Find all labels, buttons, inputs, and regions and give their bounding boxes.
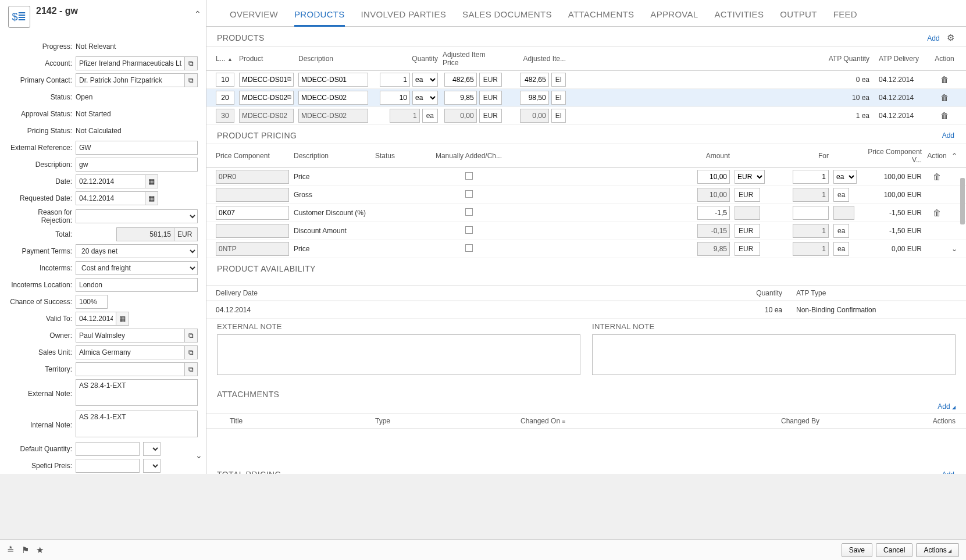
open-icon[interactable]: ⧉ [185, 345, 198, 359]
product-row[interactable]: eaEUREI1 ea04.12.2014🗑 [206, 107, 966, 125]
for-unit-select[interactable]: ea [833, 170, 857, 184]
tab-products[interactable]: PRODUCTS [294, 6, 345, 27]
checkbox[interactable] [465, 226, 473, 234]
chance-input[interactable] [76, 295, 108, 309]
trash-icon[interactable]: 🗑 [940, 93, 949, 102]
col-line[interactable]: L... ▲ [213, 55, 237, 63]
primary-contact-input[interactable] [76, 73, 185, 87]
valid-to-input[interactable] [76, 312, 116, 326]
calendar-icon[interactable]: ▦ [145, 174, 158, 188]
col-att-changed-by[interactable]: Changed By [781, 417, 909, 425]
tab-overview[interactable]: OVERVIEW [230, 6, 278, 26]
flag-icon[interactable]: ⚑ [22, 545, 29, 555]
checkbox[interactable] [465, 244, 473, 252]
col-att-changed-on[interactable]: Changed On [521, 417, 560, 425]
for-input[interactable] [793, 206, 829, 220]
account-input[interactable] [76, 56, 185, 70]
col-price-comp[interactable]: Price Component [213, 152, 291, 160]
checkbox[interactable] [465, 208, 473, 216]
spef-preis-unit[interactable] [143, 459, 161, 473]
def-qty-input[interactable] [76, 442, 140, 456]
pay-terms-select[interactable]: 20 days net [76, 244, 198, 258]
owner-input[interactable] [76, 329, 185, 343]
trash-icon[interactable]: 🗑 [933, 172, 941, 181]
tab-output[interactable]: OUTPUT [780, 6, 817, 26]
incoterms-select[interactable]: Cost and freight [76, 261, 198, 275]
internal-note-textarea[interactable] [592, 334, 956, 375]
qty-input[interactable] [380, 73, 410, 87]
description-input[interactable] [298, 73, 368, 87]
line-input[interactable] [216, 91, 234, 105]
col-adj-price[interactable]: Adjusted Item Price [443, 51, 502, 67]
tab-attachments[interactable]: ATTACHMENTS [568, 6, 635, 26]
tab-involved-parties[interactable]: INVOLVED PARTIES [361, 6, 447, 26]
product-row[interactable]: ⧉eaEUREI0 ea04.12.2014🗑 [206, 71, 966, 89]
rss-icon[interactable]: ≛ [7, 545, 15, 555]
adj-price-input[interactable] [444, 73, 477, 87]
scrollbar-handle[interactable] [960, 178, 965, 224]
qty-input[interactable] [380, 91, 410, 105]
open-icon[interactable]: ⧉ [185, 73, 198, 87]
col-pcv[interactable]: Price Component V... [854, 148, 924, 164]
gear-icon[interactable]: ⚙ [947, 33, 954, 42]
adj-price-input[interactable] [444, 91, 477, 105]
def-qty-unit[interactable] [143, 442, 161, 456]
col-quantity[interactable]: Quantity [412, 55, 438, 63]
open-icon[interactable]: ⧉ [185, 329, 198, 343]
product-input[interactable] [239, 91, 294, 105]
cancel-button[interactable]: Cancel [876, 543, 912, 557]
col-product[interactable]: Product [237, 55, 296, 63]
col-att-type[interactable]: Type [375, 417, 521, 425]
ext-note-input[interactable]: AS 28.4-1-EXT [76, 379, 198, 406]
save-button[interactable]: Save [842, 543, 872, 557]
comp-input[interactable] [216, 206, 289, 220]
description-input[interactable] [298, 91, 368, 105]
product-input[interactable] [239, 73, 294, 87]
add-total-pricing-link[interactable]: Add [942, 470, 954, 474]
description-input[interactable] [298, 109, 368, 123]
col-pr-manual[interactable]: Manually Added/Ch... [431, 152, 507, 160]
add-pricing-link[interactable]: Add [942, 131, 954, 140]
open-icon[interactable]: ⧉ [185, 56, 198, 70]
incoterms-loc-input[interactable] [76, 278, 198, 292]
col-att-title[interactable]: Title [230, 417, 375, 425]
tab-sales-documents[interactable]: SALES DOCUMENTS [462, 6, 552, 26]
adj-item-input[interactable] [520, 73, 549, 87]
actions-button[interactable]: Actions [916, 543, 959, 557]
adj-price-input[interactable] [444, 109, 477, 123]
col-del-date[interactable]: Delivery Date [213, 289, 738, 297]
checkbox[interactable] [465, 172, 473, 180]
col-atp-qty[interactable]: ATP Quantity [814, 55, 872, 63]
adj-item-input[interactable] [520, 109, 549, 123]
trash-icon[interactable]: 🗑 [940, 75, 949, 84]
tab-activities[interactable]: ACTIVITIES [715, 6, 764, 26]
line-input[interactable] [216, 109, 234, 123]
tab-feed[interactable]: FEED [833, 6, 857, 26]
spef-preis-input[interactable] [76, 459, 140, 473]
col-amount[interactable]: Amount [706, 152, 730, 160]
reason-select[interactable] [76, 209, 198, 223]
col-att-actions[interactable]: Actions [909, 417, 956, 425]
scroll-up-icon[interactable]: ⌃ [951, 152, 957, 160]
unit-select[interactable]: ea [412, 73, 438, 87]
unit-select[interactable]: ea [412, 91, 438, 105]
product-input[interactable] [239, 109, 294, 123]
calendar-icon[interactable]: ▦ [145, 191, 158, 205]
col-for[interactable]: For [818, 152, 829, 160]
col-description[interactable]: Description [296, 55, 370, 63]
open-icon[interactable]: ⧉ [287, 75, 291, 83]
trash-icon[interactable]: 🗑 [933, 208, 941, 217]
description-input[interactable] [76, 158, 198, 172]
qty-input[interactable] [390, 109, 420, 123]
tab-approval[interactable]: APPROVAL [650, 6, 698, 26]
chevron-up-icon[interactable]: ⌃ [194, 9, 201, 19]
main-scroll[interactable]: PRODUCTSAdd⚙ L... ▲ Product Description … [206, 27, 966, 474]
cur-select[interactable]: EUR [735, 170, 765, 184]
line-input[interactable] [216, 73, 234, 87]
int-note-input[interactable]: AS 28.4-1-EXT [76, 411, 198, 437]
col-av-qty[interactable]: Quantity [738, 289, 785, 297]
open-icon[interactable]: ⧉ [185, 362, 198, 376]
star-icon[interactable]: ★ [36, 545, 44, 555]
checkbox[interactable] [465, 190, 473, 198]
chevron-down-icon[interactable]: ⌄ [195, 451, 202, 460]
